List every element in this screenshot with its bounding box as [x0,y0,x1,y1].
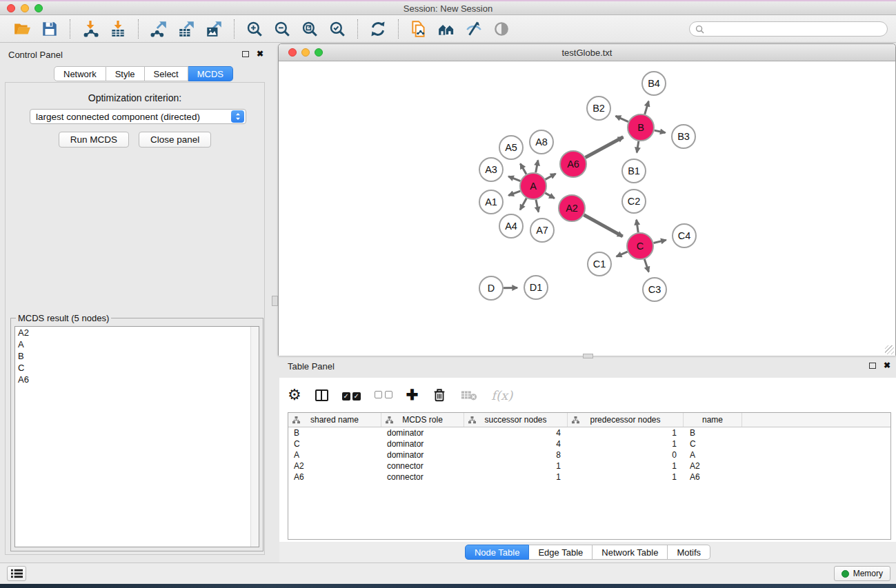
graph-node-A3[interactable]: A3 [479,158,503,181]
table-cell[interactable]: C [288,439,381,449]
float-table-panel-icon[interactable] [869,363,876,369]
table-row[interactable]: Cdominator41C [288,438,890,449]
table-cell[interactable]: A6 [684,472,742,482]
zoom-in-button[interactable] [243,18,266,40]
refresh-button[interactable] [367,18,389,40]
result-item[interactable]: A6 [15,374,259,385]
save-session-button[interactable] [39,18,61,40]
tab-mcds[interactable]: MCDS [188,66,233,81]
graph-node-B3[interactable]: B3 [672,125,695,148]
close-table-panel-icon[interactable]: ✖ [884,361,890,369]
graph-edge[interactable] [545,193,554,199]
add-column-button[interactable]: ✚ [406,385,419,405]
vertical-divider-grabber[interactable] [272,296,278,306]
graph-node-A5[interactable]: A5 [499,136,523,159]
export-table-button[interactable] [175,18,197,40]
table-cell[interactable]: 1 [464,461,568,471]
delete-table-button[interactable] [461,385,477,405]
table-cell[interactable]: B [288,428,381,438]
result-item[interactable]: A2 [15,327,259,338]
table-cell[interactable]: connector [381,472,464,482]
graph-edge[interactable] [520,163,526,174]
home-button[interactable] [435,18,457,40]
table-cell[interactable]: C [684,439,742,449]
graph-edge[interactable] [644,259,648,272]
tab-network[interactable]: Network [54,66,106,81]
graph-node-A[interactable]: A [520,173,546,199]
search-input[interactable] [708,24,882,34]
graph-edge[interactable] [637,141,639,153]
graph-node-D1[interactable]: D1 [524,276,548,299]
open-session-button[interactable] [11,18,33,40]
graph-edge[interactable] [546,174,556,179]
network-canvas[interactable]: AA1A2A3A4A5A6A7A8BB1B2B3B4CC1C2C3C4DD1 [279,61,895,356]
memory-button[interactable]: Memory [834,566,890,581]
table-cell[interactable]: 8 [464,450,568,460]
table-cell[interactable]: 4 [464,428,568,438]
result-item[interactable]: B [15,350,259,362]
select-all-button[interactable]: ✓✓ [342,385,361,405]
table-cell[interactable]: dominator [381,439,464,449]
show-columns-button[interactable] [315,385,328,405]
zoom-selected-button[interactable] [326,18,348,40]
table-cell[interactable]: 4 [464,439,568,449]
table-row[interactable]: Bdominator41B [288,427,890,438]
table-cell[interactable]: 1 [464,472,568,482]
graph-node-A8[interactable]: A8 [530,130,553,154]
clone-network-button[interactable] [408,18,430,40]
graph-edge[interactable] [645,101,649,114]
graph-node-B[interactable]: B [628,114,654,141]
result-scrollbar[interactable] [250,327,259,547]
delete-column-button[interactable] [432,385,447,405]
graph-edge[interactable] [536,161,538,173]
table-row[interactable]: A6connector11A6 [288,472,890,483]
import-network-button[interactable] [79,18,101,40]
graph-edge[interactable] [637,220,639,232]
hide-graphics-button[interactable] [463,18,485,40]
graph-edge[interactable] [508,191,520,195]
result-item[interactable]: C [15,362,259,374]
graph-node-C4[interactable]: C4 [673,224,696,247]
column-header-name[interactable]: name [684,413,742,427]
close-panel-button[interactable]: Close panel [139,132,211,148]
table-settings-button[interactable]: ⚙ [288,385,301,405]
network-window-titlebar[interactable]: testGlobe.txt [279,44,895,61]
table-cell[interactable]: B [684,428,742,438]
deselect-all-button[interactable] [375,385,392,405]
graph-node-C1[interactable]: C1 [588,252,611,276]
column-header-shared-name[interactable]: shared name [288,413,381,427]
table-cell[interactable]: 1 [568,461,684,471]
graph-node-A4[interactable]: A4 [499,214,523,238]
criterion-select[interactable]: largest connected component (directed) [30,109,246,124]
tab-motifs[interactable]: Motifs [668,545,710,560]
zoom-fit-button[interactable] [299,18,321,40]
table-cell[interactable]: connector [381,461,464,471]
export-network-button[interactable] [148,18,170,40]
tab-edge-table[interactable]: Edge Table [529,545,593,560]
graph-node-B1[interactable]: B1 [622,159,646,183]
graph-edge[interactable] [520,199,526,210]
zoom-out-button[interactable] [271,18,293,40]
result-item[interactable]: A [15,338,259,350]
table-cell[interactable]: 0 [568,450,684,460]
table-row[interactable]: Adominator80A [288,449,890,460]
column-header-predecessor-nodes[interactable]: predecessor nodes [568,413,684,427]
run-mcds-button[interactable]: Run MCDS [59,132,129,148]
table-row[interactable]: A2connector11A2 [288,460,890,472]
export-image-button[interactable] [203,18,225,40]
table-cell[interactable]: 1 [568,439,684,449]
graph-node-C[interactable]: C [627,233,653,259]
graph-edge[interactable] [653,240,666,243]
graph-node-C3[interactable]: C3 [643,278,666,301]
table-cell[interactable]: 1 [568,428,684,438]
function-builder-button[interactable]: f(x) [491,385,512,405]
tab-select[interactable]: Select [145,66,188,81]
close-panel-icon[interactable]: ✖ [257,50,263,58]
graph-node-A1[interactable]: A1 [479,190,503,214]
graph-edge[interactable] [584,215,622,236]
graph-node-A7[interactable]: A7 [530,219,554,242]
graph-node-C2[interactable]: C2 [622,190,646,213]
column-header-mcds-role[interactable]: MCDS role [381,413,464,427]
tab-style[interactable]: Style [106,66,145,81]
table-cell[interactable]: dominator [381,428,464,438]
